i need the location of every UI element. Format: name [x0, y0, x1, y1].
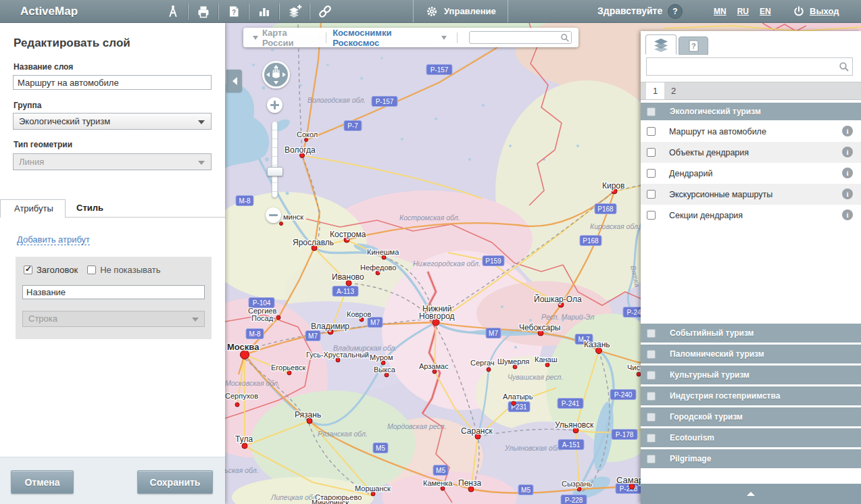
road-badge: Р168: [580, 236, 601, 246]
map-pan-control[interactable]: [262, 61, 290, 89]
gear-icon: [425, 5, 439, 18]
layer-group-header[interactable]: Паломнический туризм: [641, 345, 861, 366]
chevron-down-icon[interactable]: [441, 36, 447, 43]
region-label: Тульская обл.: [225, 466, 259, 474]
layer-group-header[interactable]: Экологический туризм: [641, 103, 861, 121]
lang-en[interactable]: EN: [760, 7, 771, 16]
layer-group-header[interactable]: Культурный туризм: [641, 366, 861, 386]
reference-book-icon[interactable]: ?: [226, 3, 242, 20]
city-label: Ярославль: [293, 238, 334, 247]
city-label: Сокол: [297, 130, 318, 138]
layer-checkbox[interactable]: [647, 169, 656, 178]
toolbar-divider: [457, 32, 458, 43]
zoom-slider-handle[interactable]: [267, 167, 283, 176]
city-label: Йошкар-Ола: [534, 294, 582, 304]
attribute-name-input[interactable]: [22, 285, 205, 299]
layer-name-input[interactable]: [13, 75, 212, 90]
layer-row[interactable]: Маршрут на автомобилеi: [641, 121, 861, 142]
city-label: Сызрань: [562, 480, 592, 488]
svg-text:М-8: М-8: [249, 330, 261, 338]
layers-pagination: 12: [641, 82, 861, 100]
layer-info-icon[interactable]: i: [842, 209, 853, 220]
road-badge: Р-157: [372, 97, 397, 107]
collapse-groups-button[interactable]: [641, 484, 861, 504]
tab-layers[interactable]: [645, 34, 676, 55]
group-checkbox[interactable]: [647, 455, 656, 463]
base-map-selector[interactable]: Карта России: [262, 28, 320, 48]
layer-group-header[interactable]: Ecotourism: [641, 428, 861, 449]
pan-hand-icon: [262, 61, 290, 89]
toolbar-divider: [326, 32, 326, 43]
city-label: Москва: [227, 342, 260, 352]
management-menu[interactable]: Управление: [413, 0, 508, 22]
layer-info-icon[interactable]: i: [842, 126, 853, 136]
layers-page-1[interactable]: 1: [646, 82, 664, 99]
layer-info-icon[interactable]: i: [842, 188, 853, 199]
print-icon[interactable]: [195, 3, 212, 20]
city-label: Кинешма: [367, 248, 399, 256]
layers-search-input[interactable]: [646, 57, 853, 76]
layer-group-header[interactable]: Городской туризм: [641, 407, 861, 428]
layer-group-header[interactable]: Pilgrimage: [641, 449, 861, 470]
zoom-slider[interactable]: [272, 121, 278, 198]
statistics-icon[interactable]: [256, 3, 272, 20]
save-button[interactable]: Сохранить: [137, 470, 213, 494]
add-layer-icon[interactable]: [287, 3, 303, 20]
group-checkbox[interactable]: [647, 413, 656, 422]
map-city: Мичуринск: [312, 499, 349, 504]
svg-text:Р-228: Р-228: [565, 497, 583, 504]
layer-group-header[interactable]: Индустрия гостеприимства: [641, 386, 861, 407]
power-icon: [792, 5, 806, 18]
layer-checkbox[interactable]: [647, 211, 656, 220]
city-dot: [280, 222, 283, 226]
layer-checkbox[interactable]: [647, 127, 656, 136]
logout-button[interactable]: Выход: [792, 0, 839, 22]
layer-info-icon[interactable]: i: [842, 147, 853, 157]
lang-ru[interactable]: RU: [737, 7, 749, 16]
layer-row[interactable]: Дендрарийi: [641, 163, 861, 184]
city-label: Гусь-Хрустальный: [306, 351, 369, 359]
zoom-out-button[interactable]: [266, 207, 281, 223]
road-badge: М5: [433, 465, 448, 476]
tab-legend[interactable]: ?: [679, 36, 708, 55]
layer-group-header[interactable]: Событийный туризм: [641, 324, 861, 345]
add-attribute-link[interactable]: Добавить атрибут: [17, 234, 90, 245]
region-label: Вологодская обл.: [308, 96, 366, 104]
header-checkbox[interactable]: [24, 266, 32, 274]
measure-tool-icon[interactable]: [165, 3, 181, 20]
city-label: Выкса: [374, 366, 396, 374]
zoom-in-button[interactable]: [267, 97, 282, 113]
share-link-icon[interactable]: [317, 3, 333, 20]
svg-text:Р168: Р168: [583, 237, 599, 245]
layer-row[interactable]: Секции дендрарияi: [641, 205, 861, 226]
group-checkbox[interactable]: [647, 107, 656, 116]
layer-info-icon[interactable]: i: [842, 168, 853, 178]
group-checkbox[interactable]: [647, 350, 656, 359]
layer-label: Дендрарий: [669, 169, 712, 178]
help-button[interactable]: ?: [668, 4, 683, 19]
svg-text:М5: М5: [376, 445, 385, 452]
layer-row[interactable]: Объекты дендрарияi: [641, 142, 861, 163]
group-checkbox[interactable]: [647, 329, 656, 338]
collapse-left-panel-button[interactable]: [226, 70, 242, 92]
region-label: Нижегородская обл.: [413, 259, 481, 268]
cancel-button[interactable]: Отмена: [11, 470, 74, 494]
group-checkbox[interactable]: [647, 371, 656, 380]
layer-checkbox[interactable]: [647, 190, 656, 199]
group-checkbox[interactable]: [647, 434, 656, 443]
group-select[interactable]: Экологический туризм: [13, 113, 212, 130]
tab-attributes[interactable]: Атрибуты: [0, 199, 66, 218]
active-map-selector[interactable]: Космоснимки Роскосмос: [333, 28, 439, 48]
lang-mn[interactable]: MN: [714, 7, 727, 16]
layer-row[interactable]: Экскурсионные маршрутыi: [641, 184, 861, 205]
tab-style[interactable]: Стиль: [76, 199, 103, 218]
chevron-down-icon[interactable]: [253, 36, 258, 43]
group-checkbox[interactable]: [647, 392, 656, 401]
layers-panel-tabs: ?: [645, 34, 708, 55]
layers-page-2[interactable]: 2: [664, 82, 683, 99]
city-dot: [235, 403, 239, 407]
layer-checkbox[interactable]: [647, 148, 656, 157]
map-search-input[interactable]: [469, 31, 572, 44]
group-label: Экологический туризм: [670, 107, 761, 116]
hide-checkbox[interactable]: [87, 266, 96, 274]
